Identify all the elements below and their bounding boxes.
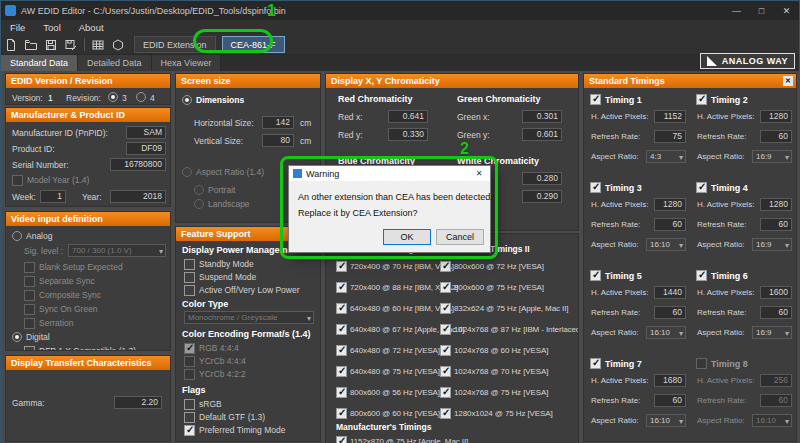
panel-clear-icon[interactable]: ✕ — [783, 76, 793, 86]
timing-5-refresh-field[interactable]: 60 — [654, 306, 686, 319]
manufacturer-id-field[interactable]: SAM — [126, 126, 166, 139]
timing-6-refresh-field[interactable]: 60 — [760, 306, 792, 319]
timing-6-h-field[interactable]: 1600 — [760, 286, 792, 299]
serial-number-field[interactable]: 16780800 — [110, 158, 166, 171]
timing-4-aspect-dropdown[interactable]: 16:9 — [752, 238, 792, 251]
horizontal-size-field[interactable]: 142 — [262, 116, 294, 129]
vertical-size-field[interactable]: 80 — [262, 134, 294, 147]
analog-way-triangle-icon — [707, 56, 717, 66]
timing-7-aspect-dropdown[interactable]: 16:10 — [646, 414, 686, 427]
standby-checkbox[interactable] — [184, 259, 195, 270]
digital-radio[interactable] — [12, 332, 22, 342]
year-field[interactable]: 2018 — [110, 190, 166, 203]
timing-3-aspect-dropdown[interactable]: 16:10 — [646, 238, 686, 251]
timing-8-checkbox[interactable] — [696, 358, 707, 369]
tab-detailed-data[interactable]: Detailed Data — [78, 55, 152, 71]
timing-1-refresh-field[interactable]: 75 — [654, 130, 686, 143]
dfp-checkbox[interactable] — [24, 346, 35, 352]
timing-3-refresh-field[interactable]: 60 — [654, 218, 686, 231]
annotation-ellipse-cea-tab — [193, 29, 273, 53]
est-checkbox[interactable] — [440, 366, 451, 377]
minimize-icon[interactable]: — — [724, 1, 749, 20]
timing-6-aspect-dropdown[interactable]: 16:9 — [752, 326, 792, 339]
dimensions-radio[interactable] — [182, 95, 192, 105]
est-checkbox[interactable] — [440, 282, 451, 293]
menu-tool[interactable]: Tool — [34, 22, 69, 33]
timing-5-h-field[interactable]: 1440 — [654, 286, 686, 299]
timing-7-refresh-field[interactable]: 60 — [654, 394, 686, 407]
menu-file[interactable]: File — [1, 22, 34, 33]
est-row: 640x480 @ 60 Hz [IBM, VGA] — [336, 302, 454, 314]
active-off-checkbox[interactable] — [184, 285, 195, 296]
week-field[interactable]: 1 — [40, 190, 66, 203]
save-icon[interactable] — [41, 36, 61, 54]
table-view-icon[interactable] — [88, 36, 108, 54]
menu-about[interactable]: About — [70, 22, 113, 33]
timing-3-h-field[interactable]: 1280 — [654, 198, 686, 211]
green-x-field[interactable]: 0.301 — [522, 110, 562, 123]
est-checkbox[interactable] — [440, 303, 451, 314]
est-checkbox[interactable] — [336, 303, 347, 314]
red-y-field[interactable]: 0.330 — [388, 128, 428, 141]
revision-3-radio[interactable] — [108, 92, 118, 102]
timing-1-h-field[interactable]: 1152 — [654, 110, 686, 123]
close-icon[interactable]: ✕ — [774, 1, 799, 20]
est-checkbox[interactable] — [440, 408, 451, 419]
menu-bar: File Tool About — [1, 20, 799, 35]
standard-timing-7: Timing 7 H. Active Pixels:1680 Refresh R… — [590, 358, 686, 432]
new-file-icon[interactable] — [1, 36, 21, 54]
est-checkbox[interactable] — [440, 261, 451, 272]
tab-standard-data[interactable]: Standard Data — [1, 55, 78, 71]
est-checkbox[interactable] — [336, 282, 347, 293]
est-checkbox[interactable] — [336, 324, 347, 335]
est-checkbox[interactable] — [440, 324, 451, 335]
timing-2-h-field[interactable]: 1280 — [760, 110, 792, 123]
est-checkbox[interactable] — [336, 366, 347, 377]
timing-4-refresh-field[interactable]: 60 — [760, 218, 792, 231]
hexa-view-icon[interactable] — [108, 36, 128, 54]
title-bar: AW EDID Editor - C:/Users/Justin/Desktop… — [1, 1, 799, 20]
tab-hexa-viewer[interactable]: Hexa Viewer — [152, 55, 222, 71]
est-checkbox[interactable] — [336, 261, 347, 272]
timing-3-checkbox[interactable] — [590, 182, 601, 193]
save-as-icon[interactable] — [61, 36, 81, 54]
est-checkbox[interactable] — [336, 408, 347, 419]
est-checkbox[interactable] — [336, 436, 347, 443]
timing-5-aspect-dropdown[interactable]: 16:10 — [646, 326, 686, 339]
timing-2-refresh-field[interactable]: 60 — [760, 130, 792, 143]
suspend-checkbox[interactable] — [184, 272, 195, 283]
timing-1-checkbox[interactable] — [590, 94, 601, 105]
green-y-field[interactable]: 0.601 — [522, 128, 562, 141]
maximize-icon[interactable]: □ — [749, 1, 774, 20]
white-y-field[interactable]: 0.290 — [522, 190, 562, 203]
color-type-header: Color Type — [182, 299, 228, 309]
gamma-field[interactable]: 2.20 — [114, 396, 162, 409]
timing-2-checkbox[interactable] — [696, 94, 707, 105]
timing-5-checkbox[interactable] — [590, 270, 601, 281]
est-checkbox[interactable] — [336, 387, 347, 398]
open-file-icon[interactable] — [21, 36, 41, 54]
est-checkbox[interactable] — [440, 387, 451, 398]
timing-6-checkbox[interactable] — [696, 270, 707, 281]
green-x-label: Green x: — [457, 112, 490, 122]
preferred-timing-checkbox[interactable] — [184, 425, 195, 436]
timing-4-h-field[interactable]: 1280 — [760, 198, 792, 211]
est-row: 800x600 @ 56 Hz [VESA] — [336, 386, 440, 398]
est-label: 800x600 @ 75 Hz [VESA] — [454, 283, 544, 292]
white-x-field[interactable]: 0.280 — [522, 172, 562, 185]
est-checkbox[interactable] — [440, 345, 451, 356]
est-label: 1024x768 @ 75 Hz [VESA] — [454, 388, 548, 397]
analog-radio[interactable] — [12, 231, 22, 241]
timing-7-h-field[interactable]: 1680 — [654, 374, 686, 387]
revision-4-radio[interactable] — [136, 92, 146, 102]
est-checkbox[interactable] — [336, 345, 347, 356]
ycrcb422-label: YCrCb 4:2:2 — [199, 369, 246, 379]
default-gtf-checkbox[interactable] — [184, 412, 195, 423]
srgb-checkbox[interactable] — [184, 399, 195, 410]
timing-7-checkbox[interactable] — [590, 358, 601, 369]
timing-4-checkbox[interactable] — [696, 182, 707, 193]
timing-2-aspect-dropdown[interactable]: 16:9 — [752, 150, 792, 163]
timing-1-aspect-dropdown[interactable]: 4:3 — [646, 150, 686, 163]
red-x-field[interactable]: 0.641 — [388, 110, 428, 123]
product-id-field[interactable]: DF09 — [126, 142, 166, 155]
